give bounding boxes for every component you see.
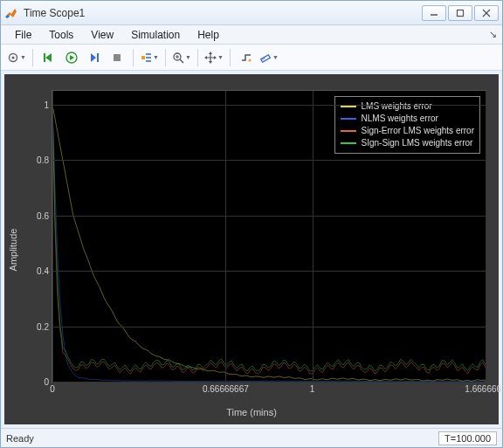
- menu-view[interactable]: View: [82, 27, 122, 43]
- settings-button[interactable]: ▼: [6, 47, 27, 68]
- svg-rect-1: [458, 10, 464, 16]
- y-tick: 0.8: [37, 155, 52, 165]
- menu-simulation[interactable]: Simulation: [122, 27, 189, 43]
- legend-label: SIgn-Sign LMS weights error: [362, 137, 473, 149]
- plot-inner: Amplitude LMS weights errorNLMS weights …: [11, 81, 492, 417]
- menu-file[interactable]: File: [6, 27, 40, 43]
- svg-line-25: [264, 57, 265, 59]
- x-axis-label: Time (mins): [226, 407, 277, 417]
- legend-swatch: [341, 106, 356, 107]
- legend-entry[interactable]: Sign-Error LMS weights error: [341, 125, 474, 137]
- x-tick: 0: [50, 382, 55, 394]
- step-forward-button[interactable]: [84, 47, 105, 68]
- statusbar: Ready T=100.000: [1, 428, 502, 447]
- zoom-button[interactable]: ▼: [171, 47, 192, 68]
- legend-label: Sign-Error LMS weights error: [362, 125, 474, 137]
- status-time: T=100.000: [438, 431, 497, 445]
- svg-point-22: [249, 59, 252, 61]
- svg-marker-18: [209, 52, 212, 54]
- plot-area: Amplitude LMS weights errorNLMS weights …: [4, 74, 499, 424]
- status-ready: Ready: [6, 433, 34, 444]
- svg-marker-10: [91, 53, 96, 62]
- chart-box[interactable]: LMS weights errorNLMS weights errorSign-…: [52, 90, 486, 383]
- y-axis-label: Amplitude: [8, 228, 18, 271]
- maximize-button[interactable]: [448, 5, 472, 21]
- y-tick: 0.2: [37, 321, 52, 331]
- highlight-button[interactable]: ▼: [139, 47, 160, 68]
- svg-line-15: [180, 59, 183, 63]
- window-buttons: [422, 5, 499, 21]
- svg-marker-9: [70, 55, 74, 60]
- stop-button[interactable]: [107, 47, 127, 68]
- triggers-button[interactable]: [236, 47, 257, 68]
- svg-rect-12: [114, 54, 121, 61]
- matlab-icon: [4, 6, 18, 20]
- y-tick: 0.4: [37, 266, 52, 276]
- svg-marker-21: [214, 56, 217, 59]
- window: Time Scope1 File Tools View Simulation H…: [0, 0, 503, 448]
- svg-rect-7: [44, 53, 45, 62]
- y-tick: 0.6: [37, 210, 52, 220]
- pin-icon[interactable]: ↘: [489, 29, 497, 40]
- svg-rect-11: [97, 53, 99, 62]
- x-tick: 0.66666667: [203, 382, 249, 394]
- svg-rect-13: [141, 56, 145, 59]
- measurements-button[interactable]: ▼: [258, 47, 279, 68]
- legend-entry[interactable]: LMS weights error: [341, 100, 474, 113]
- menu-tools[interactable]: Tools: [40, 27, 82, 43]
- svg-marker-19: [209, 61, 212, 64]
- legend-entry[interactable]: SIgn-Sign LMS weights error: [341, 137, 474, 149]
- menubar: File Tools View Simulation Help ↘: [1, 25, 502, 45]
- y-tick: 1: [44, 100, 52, 109]
- svg-marker-20: [204, 56, 207, 59]
- toolbar: ▼ ▼ ▼ ▼ ▼: [1, 45, 502, 71]
- legend-swatch: [341, 130, 356, 132]
- x-tick: 1.6666667: [465, 382, 503, 394]
- menu-help[interactable]: Help: [189, 27, 228, 43]
- scale-axes-button[interactable]: ▼: [203, 47, 224, 68]
- minimize-button[interactable]: [422, 5, 446, 21]
- legend-swatch: [341, 142, 356, 144]
- step-back-button[interactable]: [38, 47, 59, 68]
- legend-entry[interactable]: NLMS weights error: [341, 113, 474, 125]
- close-button[interactable]: [474, 5, 499, 21]
- legend-label: NLMS weights error: [362, 113, 438, 125]
- x-tick: 1: [310, 382, 315, 394]
- play-button[interactable]: [61, 47, 82, 68]
- svg-marker-6: [45, 53, 52, 62]
- legend-label: LMS weights error: [362, 100, 432, 113]
- window-title: Time Scope1: [24, 7, 422, 19]
- titlebar: Time Scope1: [1, 1, 502, 25]
- legend-swatch: [341, 118, 356, 120]
- svg-point-5: [11, 56, 14, 59]
